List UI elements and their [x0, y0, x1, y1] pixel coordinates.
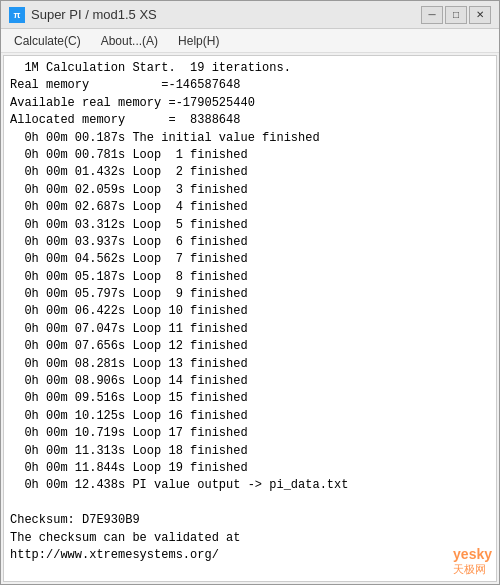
output-scroll[interactable]: 1M Calculation Start. 19 iterations. Rea… — [3, 55, 497, 582]
menu-about[interactable]: About...(A) — [92, 31, 167, 51]
window-controls: ─ □ ✕ — [421, 6, 491, 24]
watermark: yesky 天极网 — [453, 546, 492, 577]
close-button[interactable]: ✕ — [469, 6, 491, 24]
minimize-button[interactable]: ─ — [421, 6, 443, 24]
output-text: 1M Calculation Start. 19 iterations. Rea… — [4, 56, 496, 568]
menu-calculate[interactable]: Calculate(C) — [5, 31, 90, 51]
title-bar: π Super PI / mod1.5 XS ─ □ ✕ — [1, 1, 499, 29]
title-bar-left: π Super PI / mod1.5 XS — [9, 7, 157, 23]
watermark-yesky: yesky — [453, 546, 492, 562]
window-title: Super PI / mod1.5 XS — [31, 7, 157, 22]
menu-bar: Calculate(C) About...(A) Help(H) — [1, 29, 499, 53]
watermark-cn: 天极网 — [453, 562, 492, 577]
maximize-button[interactable]: □ — [445, 6, 467, 24]
app-icon: π — [9, 7, 25, 23]
output-container: 1M Calculation Start. 19 iterations. Rea… — [1, 53, 499, 584]
menu-help[interactable]: Help(H) — [169, 31, 228, 51]
